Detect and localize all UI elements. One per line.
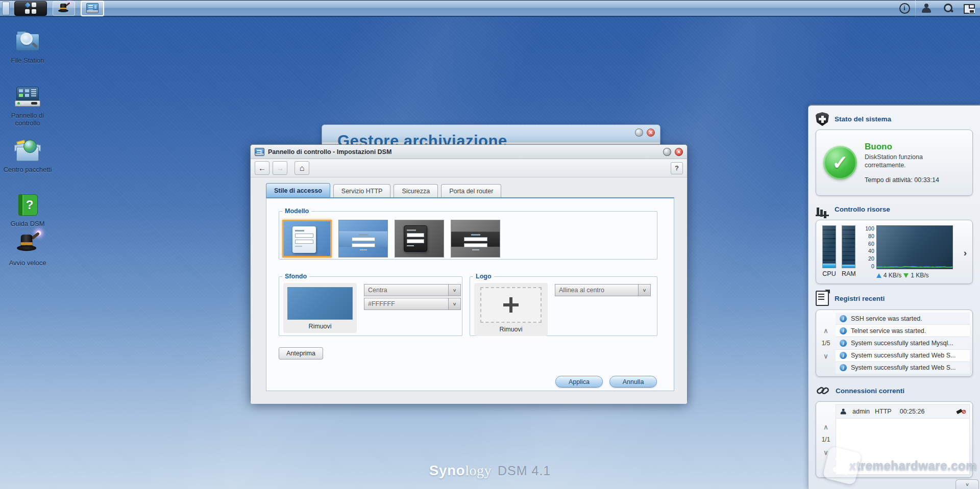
desktop-icon-label: File Station [11,57,44,64]
apply-button[interactable]: Applica [555,376,603,388]
forward-button[interactable] [273,161,287,175]
template-legend: Modello [282,208,311,215]
chevron-down-icon[interactable] [638,285,650,296]
pager-up-button[interactable] [823,326,828,335]
bar-chart-icon [816,202,829,216]
cpu-meter [822,225,836,268]
background-color-select[interactable]: #FFFFFF [364,298,461,310]
cancel-button[interactable]: Annulla [609,376,657,388]
desktop-icon-package-center[interactable]: Centro pacchetti [2,139,53,173]
system-status: Buono [865,142,946,152]
background-color-value: #FFFFFF [364,298,448,310]
dialog-title: Pannello di controllo - Impostazioni DSM [268,148,659,156]
network-speed-labels: 4 KB/s 1 KB/s [876,272,953,279]
log-entry: System successfully started Web S... [836,350,970,362]
dialog-toolbar: ? [251,159,687,177]
tab-porta-del-router[interactable]: Porta del router [441,184,501,197]
background-fieldset: Sfondo Rimuovi Centra #FFFF [279,273,462,336]
background-preview-wrap: Rimuovi [283,283,357,333]
dsm-settings-window-icon [86,3,99,13]
show-desktop-button[interactable] [2,2,10,15]
control-panel-icon [14,85,41,108]
user-icon [840,408,845,414]
desktop-icon-file-station[interactable]: File Station [2,30,53,64]
pager-up-button[interactable] [823,422,828,431]
magic-hat-icon [58,3,70,13]
connections-pager: 1/1 [816,404,836,475]
user-menu-button[interactable] [916,1,937,16]
back-button[interactable] [255,161,270,175]
system-health-box: Buono DiskStation funziona correttamente… [816,130,973,196]
logo-upload-dropzone[interactable] [480,287,542,323]
main-menu-button[interactable] [14,1,47,16]
tab-sicurezza[interactable]: Sicurezza [394,184,438,197]
current-connections-title: Connessioni correnti [836,387,904,395]
chevron-down-icon[interactable] [448,298,460,310]
cpu-meter-fill [823,264,836,268]
upload-speed: 4 KB/s [884,272,901,279]
close-button[interactable] [647,128,655,137]
desktop-icon-dsm-help[interactable]: Guida DSM [2,193,53,227]
connection-time: 00:25:26 [900,408,925,415]
logo-remove-link[interactable]: Rimuovi [499,326,522,333]
tab-stile-di-accesso[interactable]: Stile di accesso [266,183,330,197]
search-button[interactable] [937,1,959,16]
uptime-label: Tempo di attività: 00:33:14 [865,176,946,184]
template-thumbnail-blue-card[interactable] [282,220,332,258]
file-station-icon [14,30,41,53]
minimize-button[interactable] [663,148,671,156]
pager-down-button[interactable] [823,448,828,457]
preview-button[interactable]: Anteprima [279,347,323,359]
search-icon [943,3,953,13]
resource-monitor-box: CPU RAM 100 80 60 40 20 0 [816,220,973,284]
background-remove-link[interactable]: Rimuovi [308,323,331,330]
pager-down-button[interactable] [823,351,828,361]
resource-monitor-expand-button[interactable] [960,247,970,259]
recent-logs-box: 1/5 SSH service was started. Telnet serv… [816,310,973,377]
logo-fieldset: Logo Rimuovi Allinea al centro [470,273,657,336]
logo-align-select[interactable]: Allinea al centro [555,284,651,296]
synology-logo: Synology DSM 4.1 [429,462,551,479]
cpu-label: CPU [822,270,836,277]
desktop-icon-label: Centro pacchetti [4,166,52,173]
help-button[interactable]: ? [671,162,683,174]
close-button[interactable] [675,148,683,156]
package-center-icon [14,139,41,162]
info-icon [840,364,847,371]
connections-empty-area [836,419,969,474]
desktop-icon-control-panel[interactable]: Pannello di controllo [2,85,53,127]
pilot-view-button[interactable] [959,1,980,16]
log-entry: Telnet service was started. [836,325,970,337]
logo-legend: Logo [473,273,494,280]
log-entry: SSH service was started. [836,313,970,325]
quick-start-icon [14,232,41,255]
dialog-titlebar[interactable]: Pannello di controllo - Impostazioni DSM [251,145,687,159]
home-button[interactable] [295,161,309,175]
ram-meter [842,225,855,268]
shield-icon [816,112,829,126]
desktop-icon-quick-start[interactable]: Avvio veloce [2,232,53,267]
status-ok-icon [823,146,857,179]
dsm-version: DSM 4.1 [498,464,551,478]
widget-panel-collapse-button[interactable] [955,479,979,489]
template-thumbnail-dark-band[interactable] [451,220,500,258]
log-entry: System successfully started Mysql... [836,337,970,349]
active-window-taskbar-button[interactable] [81,1,104,16]
quick-launch-button[interactable] [53,1,75,16]
background-position-value: Centra [364,285,448,296]
chevron-down-icon[interactable] [448,285,460,296]
disconnect-icon[interactable] [956,408,965,415]
minimize-button[interactable] [635,128,643,137]
current-connections-box: 1/1 admin HTTP 00:25:26 [816,401,973,478]
template-thumbnail-blue-band[interactable] [338,220,388,258]
background-position-select[interactable]: Centra [364,284,461,296]
template-fieldset: Modello [279,208,657,260]
resource-monitor-title: Controllo risorse [835,205,890,213]
desktop-icon-label: Pannello di controllo [2,112,53,127]
dsm-help-icon [14,193,41,216]
tab-servizio-http[interactable]: Servizio HTTP [333,184,391,197]
template-thumbnail-dark-card[interactable] [395,220,444,258]
widget-panel: Stato del sistema Buono DiskStation funz… [808,105,980,489]
network-graph: 100 80 60 40 20 0 [861,225,953,280]
notifications-button[interactable] [894,1,915,16]
